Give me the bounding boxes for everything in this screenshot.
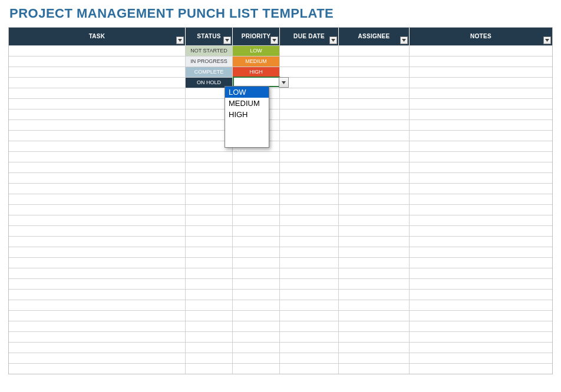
- cell[interactable]: [280, 215, 339, 225]
- cell[interactable]: [339, 247, 410, 257]
- cell[interactable]: [339, 119, 410, 130]
- cell[interactable]: [186, 300, 233, 310]
- cell[interactable]: [339, 353, 410, 363]
- cell[interactable]: [410, 225, 552, 236]
- cell[interactable]: [410, 268, 552, 278]
- cell[interactable]: [339, 278, 410, 289]
- cell[interactable]: [410, 278, 552, 289]
- cell[interactable]: [9, 119, 186, 130]
- priority-cell-high[interactable]: HIGH: [233, 67, 280, 77]
- cell[interactable]: [186, 268, 233, 278]
- cell[interactable]: [186, 236, 233, 247]
- cell[interactable]: [410, 109, 552, 119]
- cell[interactable]: [339, 236, 410, 247]
- cell[interactable]: [410, 215, 552, 225]
- cell[interactable]: [339, 215, 410, 225]
- priority-dropdown[interactable]: LOW MEDIUM HIGH: [225, 86, 269, 148]
- cell[interactable]: [280, 257, 339, 268]
- cell[interactable]: [186, 204, 233, 215]
- cell[interactable]: [339, 225, 410, 236]
- cell[interactable]: [339, 77, 410, 88]
- cell[interactable]: [9, 289, 186, 300]
- priority-cell-low[interactable]: LOW: [233, 45, 280, 56]
- cell[interactable]: [410, 342, 552, 353]
- cell[interactable]: [280, 247, 339, 257]
- cell[interactable]: [186, 342, 233, 353]
- cell[interactable]: [280, 236, 339, 247]
- cell[interactable]: [339, 204, 410, 215]
- cell[interactable]: [233, 278, 280, 289]
- cell[interactable]: [280, 98, 339, 109]
- cell[interactable]: [410, 321, 552, 331]
- cell[interactable]: [410, 194, 552, 204]
- cell[interactable]: [339, 109, 410, 119]
- cell[interactable]: [9, 151, 186, 162]
- cell[interactable]: [339, 300, 410, 310]
- cell[interactable]: [410, 172, 552, 183]
- cell[interactable]: [280, 331, 339, 342]
- cell[interactable]: [186, 331, 233, 342]
- cell[interactable]: [186, 151, 233, 162]
- cell[interactable]: [280, 67, 339, 77]
- cell[interactable]: [186, 353, 233, 363]
- cell[interactable]: [410, 257, 552, 268]
- cell[interactable]: [233, 172, 280, 183]
- cell[interactable]: [410, 363, 552, 374]
- status-cell-not-started[interactable]: NOT STARTED: [186, 45, 233, 56]
- cell[interactable]: [9, 141, 186, 151]
- cell[interactable]: [9, 109, 186, 119]
- cell[interactable]: [9, 215, 186, 225]
- cell[interactable]: [233, 268, 280, 278]
- cell[interactable]: [410, 300, 552, 310]
- cell[interactable]: [410, 331, 552, 342]
- cell[interactable]: [410, 45, 552, 56]
- cell[interactable]: [9, 310, 186, 321]
- cell[interactable]: [186, 225, 233, 236]
- cell[interactable]: [410, 204, 552, 215]
- cell[interactable]: [339, 56, 410, 67]
- cell[interactable]: [9, 204, 186, 215]
- cell[interactable]: [339, 67, 410, 77]
- cell[interactable]: [410, 77, 552, 88]
- cell[interactable]: [339, 130, 410, 141]
- cell[interactable]: [280, 109, 339, 119]
- cell[interactable]: [233, 300, 280, 310]
- cell[interactable]: [233, 321, 280, 331]
- cell[interactable]: [280, 310, 339, 321]
- cell[interactable]: [339, 98, 410, 109]
- cell[interactable]: [410, 151, 552, 162]
- cell[interactable]: [9, 278, 186, 289]
- cell[interactable]: [339, 331, 410, 342]
- cell[interactable]: [186, 289, 233, 300]
- cell[interactable]: [280, 88, 339, 98]
- cell[interactable]: [339, 257, 410, 268]
- cell[interactable]: [186, 321, 233, 331]
- cell[interactable]: [233, 289, 280, 300]
- cell[interactable]: [233, 215, 280, 225]
- cell[interactable]: [9, 353, 186, 363]
- cell[interactable]: [280, 268, 339, 278]
- cell[interactable]: [410, 130, 552, 141]
- cell[interactable]: [9, 45, 186, 56]
- cell[interactable]: [233, 247, 280, 257]
- cell[interactable]: [410, 310, 552, 321]
- cell[interactable]: [280, 289, 339, 300]
- cell[interactable]: [186, 257, 233, 268]
- cell[interactable]: [186, 363, 233, 374]
- cell[interactable]: [280, 194, 339, 204]
- cell[interactable]: [339, 310, 410, 321]
- cell[interactable]: [9, 247, 186, 257]
- cell[interactable]: [9, 257, 186, 268]
- cell[interactable]: [9, 88, 186, 98]
- cell[interactable]: [9, 183, 186, 194]
- cell[interactable]: [339, 268, 410, 278]
- filter-button-priority[interactable]: [270, 36, 278, 44]
- cell[interactable]: [233, 257, 280, 268]
- cell[interactable]: [233, 353, 280, 363]
- cell[interactable]: [186, 278, 233, 289]
- cell[interactable]: [339, 88, 410, 98]
- cell[interactable]: [9, 172, 186, 183]
- cell[interactable]: [280, 363, 339, 374]
- status-cell-complete[interactable]: COMPLETE: [186, 67, 233, 77]
- cell[interactable]: [233, 310, 280, 321]
